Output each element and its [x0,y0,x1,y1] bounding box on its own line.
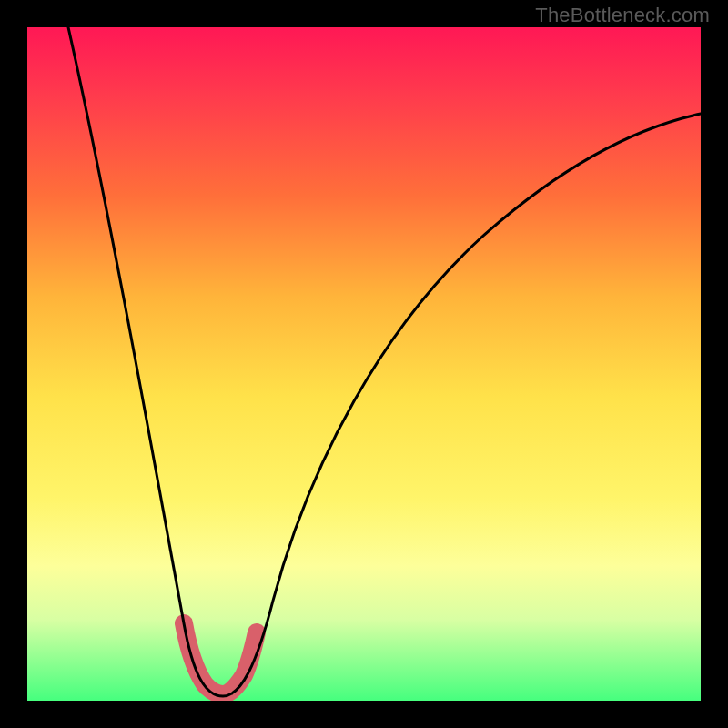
chart-frame: TheBottleneck.com [0,0,728,728]
plot-area [27,27,701,701]
curve-highlight [184,623,257,694]
watermark-text: TheBottleneck.com [535,4,710,27]
curve-main [68,27,701,696]
bottleneck-curve-svg [27,27,701,701]
